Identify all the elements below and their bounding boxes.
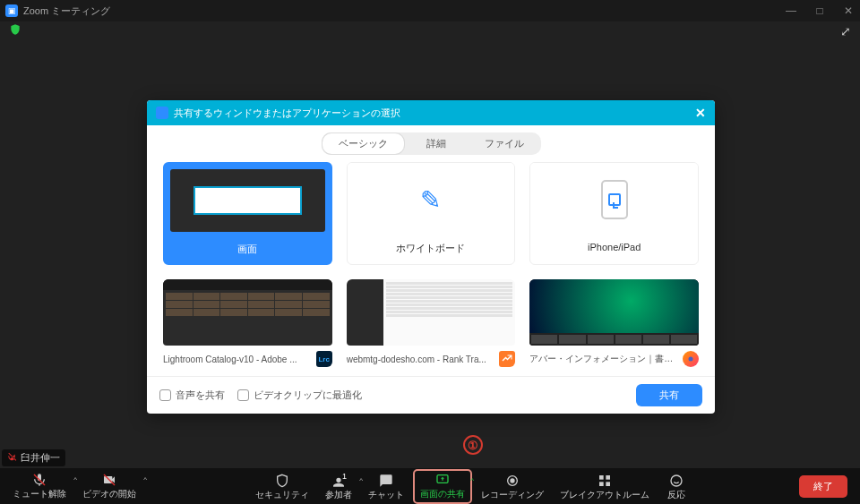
toolbar-video-button[interactable]: ビデオの開始 ^ [75, 470, 143, 503]
svg-rect-8 [599, 482, 604, 486]
toolbar-share-label: 画面の共有 [420, 488, 465, 500]
tab-basic[interactable]: ベーシック [322, 133, 404, 154]
share-option-ranktracker[interactable]: webmtg-dodesho.com - Rank Tra... [347, 279, 516, 367]
share-button[interactable]: 共有 [636, 384, 702, 406]
toolbar-chat-label: チャット [368, 489, 404, 501]
optimize-video-label: ビデオクリップに最適化 [254, 389, 362, 402]
share-option-lightroom-label: Lightroom Catalog-v10 - Adobe ... [163, 355, 313, 364]
svg-rect-6 [599, 475, 604, 480]
share-tabs-wrap: ベーシック 詳細 ファイル [322, 132, 541, 155]
optimize-video-checkbox[interactable]: ビデオクリップに最適化 [237, 389, 362, 402]
share-option-whiteboard[interactable]: ✎ ホワイトボード [347, 162, 516, 265]
toolbar-security-button[interactable]: セキュリティ [248, 471, 316, 504]
end-meeting-button[interactable]: 終了 [799, 475, 847, 498]
participant-name: 臼井伸一 [21, 451, 60, 465]
fullscreen-icon[interactable]: ⤢ [840, 24, 851, 38]
share-option-whiteboard-label: ホワイトボード [348, 236, 515, 262]
share-options-grid: 画面 ✎ ホワイトボード iPhone/iPad Lightroom Catal… [147, 162, 715, 376]
checkbox-icon [159, 389, 171, 401]
chevron-up-icon[interactable]: ^ [143, 475, 147, 483]
zoom-app-icon: ▣ [5, 4, 18, 17]
share-option-lightroom[interactable]: Lightroom Catalog-v10 - Adobe ... Lrc [163, 279, 332, 367]
share-option-iphone-ipad[interactable]: iPhone/iPad [529, 162, 699, 265]
share-audio-checkbox[interactable]: 音声を共有 [159, 389, 225, 402]
toolbar-participants-label: 参加者 [325, 489, 352, 501]
share-dialog-tabs: ベーシック 詳細 ファイル [147, 125, 715, 162]
toolbar-breakout-label: ブレイクアウトルーム [560, 489, 649, 501]
toolbar-participants-button[interactable]: 1 参加者 ^ [318, 471, 359, 504]
svg-point-10 [671, 475, 682, 486]
svg-rect-7 [606, 475, 610, 480]
toolbar-chat-button[interactable]: チャット [361, 471, 411, 504]
window-titlebar: ▣ Zoom ミーティング — □ ✕ [0, 0, 860, 21]
toolbar-mute-label: ミュート解除 [13, 488, 66, 500]
svg-point-5 [511, 479, 514, 483]
share-option-screen-label: 画面 [165, 237, 331, 263]
pencil-icon: ✎ [420, 185, 441, 215]
meeting-topbar: ⤢ [0, 21, 860, 41]
firefox-app-icon [683, 351, 699, 367]
participant-name-badge: 臼井伸一 [2, 449, 65, 466]
svg-rect-9 [606, 482, 610, 486]
toolbar-share-screen-button[interactable]: 画面の共有 ^ [413, 469, 472, 504]
share-dialog: 共有するウィンドウまたはアプリケーションの選択 ✕ ベーシック 詳細 ファイル … [147, 100, 715, 414]
share-audio-label: 音声を共有 [176, 389, 225, 402]
lightroom-app-icon: Lrc [316, 351, 332, 367]
share-dialog-icon [156, 107, 168, 119]
mic-muted-icon [7, 452, 17, 464]
toolbar-record-button[interactable]: レコーディング [474, 471, 551, 504]
window-title: Zoom ミーティング [23, 4, 110, 18]
share-option-firefox[interactable]: アバー・インフォメーション｜書画カメ... [529, 279, 699, 367]
meeting-toolbar: ミュート解除 ^ ビデオの開始 ^ セキュリティ 1 参加者 ^ チャット 画面… [0, 468, 860, 504]
share-option-screen[interactable]: 画面 [163, 162, 332, 265]
meeting-stage: 臼井伸一 共有するウィンドウまたはアプリケーションの選択 ✕ ベーシック 詳細 … [0, 41, 860, 468]
toolbar-reactions-button[interactable]: 反応 [658, 471, 694, 504]
toolbar-video-label: ビデオの開始 [82, 488, 136, 500]
participants-count: 1 [342, 472, 347, 481]
window-controls: — □ ✕ [785, 4, 855, 17]
share-option-iphone-label: iPhone/iPad [530, 236, 698, 260]
toolbar-record-label: レコーディング [481, 489, 544, 501]
share-dialog-footer: 音声を共有 ビデオクリップに最適化 共有 [147, 376, 715, 414]
toolbar-security-label: セキュリティ [255, 489, 309, 501]
svg-point-0 [689, 357, 693, 362]
device-icon [601, 180, 628, 219]
checkbox-icon [237, 389, 249, 401]
share-dialog-title: 共有するウィンドウまたはアプリケーションの選択 [174, 107, 400, 120]
tab-advanced[interactable]: 詳細 [404, 133, 469, 154]
toolbar-mute-button[interactable]: ミュート解除 ^ [5, 470, 73, 503]
share-option-ranktracker-label: webmtg-dodesho.com - Rank Tra... [347, 355, 496, 364]
window-maximize-button[interactable]: □ [813, 4, 826, 17]
ranktracker-app-icon [499, 351, 515, 367]
encryption-shield-icon[interactable] [9, 23, 22, 39]
annotation-1: ① [463, 435, 483, 455]
toolbar-reactions-label: 反応 [667, 489, 685, 501]
tab-file[interactable]: ファイル [469, 133, 540, 154]
window-close-button[interactable]: ✕ [842, 4, 855, 17]
share-dialog-header: 共有するウィンドウまたはアプリケーションの選択 ✕ [147, 100, 715, 125]
window-minimize-button[interactable]: — [785, 4, 797, 17]
share-option-firefox-label: アバー・インフォメーション｜書画カメ... [529, 353, 679, 365]
share-dialog-close-button[interactable]: ✕ [695, 106, 706, 120]
toolbar-breakout-button[interactable]: ブレイクアウトルーム [553, 471, 657, 504]
